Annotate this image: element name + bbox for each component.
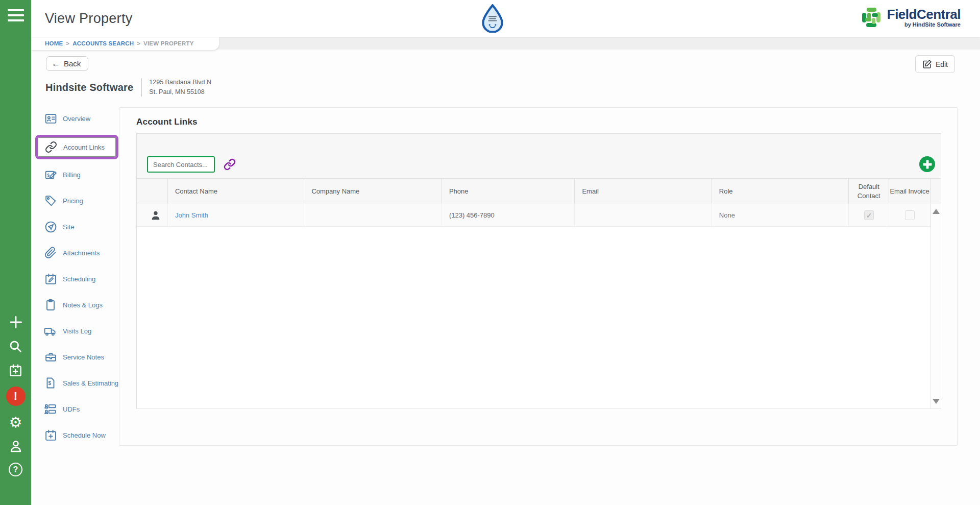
calendar-edit-icon	[44, 272, 57, 285]
search-icon[interactable]	[8, 339, 23, 354]
back-button[interactable]: ← Back	[46, 56, 88, 71]
alerts-icon[interactable]	[6, 387, 26, 406]
breadcrumb-strip: HOME > ACCOUNTS SEARCH > VIEW PROPERTY	[31, 37, 980, 50]
paperclip-icon	[44, 246, 57, 259]
nav-tab-label: Site	[63, 223, 74, 231]
brand-name: FieldCentral	[887, 7, 961, 22]
company-name-header: Company Name	[304, 179, 442, 204]
add-icon[interactable]	[8, 315, 23, 330]
header: View Property FieldCentral	[31, 0, 980, 37]
nav-tab-label: Overview	[63, 115, 90, 123]
nav-tab-attachments[interactable]: Attachments	[44, 245, 120, 260]
account-links-card: Account Links Contact Name Company Name …	[119, 107, 958, 446]
link-contact-icon[interactable]	[224, 158, 236, 171]
edit-button-label: Edit	[936, 60, 948, 68]
help-icon[interactable]	[9, 463, 22, 476]
email-cell	[575, 204, 712, 226]
price-tag-icon	[44, 194, 57, 207]
nav-tab-label: UDFs	[63, 405, 80, 413]
table-row: John Smith (123) 456-7890 None	[137, 204, 941, 227]
calendar-plus-icon	[44, 428, 57, 442]
sidebar-icon-stack: ⚙	[0, 315, 31, 476]
nav-tab-label: Sales & Estimating	[63, 379, 118, 387]
id-card-icon	[44, 112, 57, 125]
nav-tab-overview[interactable]: Overview	[44, 111, 120, 126]
default-contact-checkbox[interactable]	[864, 210, 874, 220]
property-address-line1: 1295 Bandana Blvd N	[149, 78, 211, 87]
toolbox-icon	[44, 350, 57, 364]
breadcrumb-view-property: VIEW PROPERTY	[143, 40, 193, 46]
nav-tab-label: Billing	[63, 171, 81, 179]
nav-tab-label: Service Notes	[63, 353, 104, 361]
water-drop-logo	[480, 4, 505, 33]
breadcrumb-home[interactable]: HOME	[45, 40, 63, 46]
property-header: Hindsite Software 1295 Bandana Blvd N St…	[45, 78, 211, 98]
contact-avatar-cell	[137, 204, 168, 226]
email-invoice-cell	[889, 204, 930, 226]
settings-gear-icon[interactable]: ⚙	[8, 415, 23, 430]
search-contacts-input[interactable]	[147, 156, 215, 173]
role-cell: None	[712, 204, 849, 226]
property-nav: Overview Account Links $ Billing Pricing	[44, 111, 120, 453]
breadcrumb-accounts-search[interactable]: ACCOUNTS SEARCH	[72, 40, 134, 46]
link-icon	[44, 140, 58, 154]
scroll-down-arrow-icon[interactable]	[933, 399, 940, 404]
nav-tab-site[interactable]: Site	[44, 219, 120, 234]
back-arrow-icon: ←	[52, 59, 60, 68]
contact-name-cell: John Smith	[168, 204, 304, 226]
calendar-add-icon[interactable]	[8, 363, 23, 378]
brand-tagline: by HindSite Software	[904, 21, 961, 28]
card-title: Account Links	[136, 117, 957, 127]
truck-icon	[44, 324, 57, 338]
account-person-icon[interactable]	[8, 439, 23, 454]
sales-doc-icon: $	[44, 376, 57, 390]
panel-toolbar	[137, 134, 941, 178]
fieldcentral-logo-icon	[860, 6, 883, 29]
email-invoice-checkbox[interactable]	[905, 210, 915, 220]
table-header-row: Contact Name Company Name Phone Email Ro…	[137, 178, 941, 204]
company-name-cell	[304, 204, 442, 226]
udf-icon	[44, 402, 57, 416]
property-address-line2: St. Paul, MN 55108	[149, 87, 211, 97]
nav-tab-label: Notes & Logs	[63, 301, 103, 309]
nav-tab-label: Pricing	[63, 197, 83, 205]
contact-name-header: Contact Name	[168, 179, 304, 204]
site-icon	[44, 220, 57, 233]
person-avatar-icon	[144, 210, 167, 221]
nav-tab-label: Visits Log	[63, 327, 91, 335]
breadcrumb-separator: >	[66, 40, 69, 46]
clipboard-icon	[44, 298, 57, 311]
nav-tab-scheduling[interactable]: Scheduling	[44, 271, 120, 286]
nav-tab-billing[interactable]: $ Billing	[44, 167, 120, 182]
fieldcentral-logo: FieldCentral by HindSite Software	[860, 6, 961, 29]
back-button-label: Back	[64, 59, 81, 68]
default-contact-header: Default Contact	[849, 179, 889, 204]
default-contact-cell	[849, 204, 889, 226]
hamburger-menu-icon[interactable]	[8, 9, 24, 21]
active-tab-highlight: Account Links	[35, 135, 118, 159]
page-title: View Property	[45, 11, 132, 27]
nav-tab-account-links[interactable]: Account Links	[38, 137, 116, 157]
nav-tab-schedule-now[interactable]: Schedule Now	[44, 427, 120, 443]
nav-tab-service-notes[interactable]: Service Notes	[44, 349, 120, 365]
divider	[141, 78, 142, 97]
breadcrumb-separator: >	[137, 40, 140, 46]
billing-icon: $	[44, 168, 57, 181]
nav-tab-pricing[interactable]: Pricing	[44, 193, 120, 208]
add-contact-button[interactable]	[919, 156, 935, 172]
nav-tab-notes-logs[interactable]: Notes & Logs	[44, 297, 120, 312]
property-name: Hindsite Software	[45, 82, 133, 93]
edit-pencil-icon	[922, 59, 932, 69]
nav-tab-sales-estimating[interactable]: $ Sales & Estimating	[44, 375, 120, 391]
contact-name-link[interactable]: John Smith	[175, 211, 208, 219]
edit-button[interactable]: Edit	[915, 55, 955, 73]
contacts-table: Contact Name Company Name Phone Email Ro…	[137, 178, 941, 227]
sidebar: ⚙	[0, 0, 31, 505]
phone-cell: (123) 456-7890	[442, 204, 575, 226]
email-invoice-header: Email Invoice	[889, 179, 930, 204]
nav-tab-udfs[interactable]: UDFs	[44, 401, 120, 417]
nav-tab-visits-log[interactable]: Visits Log	[44, 323, 120, 339]
scroll-up-arrow-icon[interactable]	[933, 209, 940, 214]
table-scrollbar[interactable]	[930, 204, 941, 408]
nav-tab-label: Account Links	[63, 143, 105, 151]
